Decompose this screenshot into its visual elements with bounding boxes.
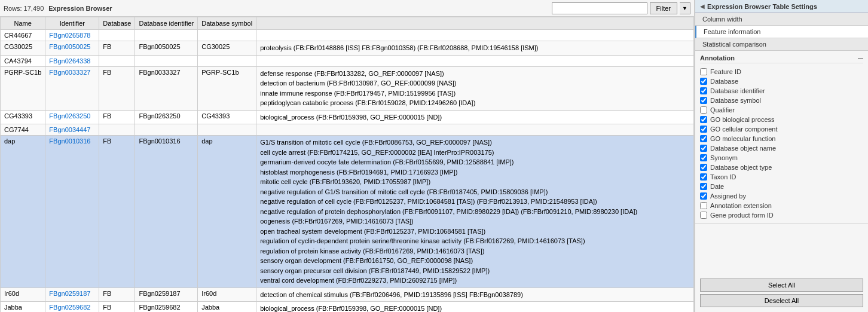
collapse-icon: ◀ [700, 3, 705, 10]
cell-database: FB [99, 136, 135, 288]
checkbox-item: Qualifier [700, 105, 863, 115]
deselect-all-button[interactable]: Deselect All [700, 294, 863, 307]
checkboxes-container: Feature IDDatabaseDatabase identifierDat… [700, 67, 863, 220]
checkbox-feature-id[interactable] [700, 68, 707, 75]
cell-database: FB [99, 287, 135, 302]
checkbox-item: Annotation extension [700, 201, 863, 210]
cell-annotation [256, 124, 694, 136]
col-header-identifier[interactable]: Identifier [45, 17, 99, 30]
cell-db-identifier [135, 55, 198, 66]
cell-db-symbol [198, 124, 256, 136]
cell-database [99, 124, 135, 136]
checkbox-label-assigned-by[interactable]: Assigned by [710, 192, 746, 200]
col-header-annotation[interactable] [256, 17, 694, 30]
settings-header: ◀ Expression Browser Table Settings [695, 0, 868, 13]
cell-annotation: defense response (FB:FBrf0133282, GO_REF… [256, 66, 694, 110]
cell-identifier[interactable]: FBgn0263250 [45, 110, 99, 124]
cell-identifier[interactable]: FBgn0050025 [45, 41, 99, 56]
checkbox-item: GO biological process [700, 115, 863, 124]
select-all-button[interactable]: Select All [700, 279, 863, 292]
table-row[interactable]: CG7744 FBgn0034447 [1, 124, 694, 136]
table-row[interactable]: CG43393 FBgn0263250 FB FBgn0263250 CG433… [1, 110, 694, 124]
cell-db-symbol [198, 55, 256, 66]
table-row[interactable]: CG30025 FBgn0050025 FB FBgn0050025 CG300… [1, 41, 694, 56]
table-row[interactable]: dap FBgn0010316 FB FBgn0010316 dap G1/S … [1, 136, 694, 288]
table-row[interactable]: Ir60d FBgn0259187 FB FBgn0259187 Ir60d d… [1, 287, 694, 302]
rows-info: Rows: 17,490 [4, 5, 44, 12]
cell-database: FB [99, 302, 135, 313]
checkbox-taxon-id[interactable] [700, 173, 707, 181]
col-header-database[interactable]: Database [99, 17, 135, 30]
checkbox-go-molecular-function[interactable] [700, 135, 707, 142]
tab-statistical-comparison[interactable]: Statistical comparison [695, 38, 868, 51]
cell-db-symbol: Jabba [198, 302, 256, 313]
checkbox-label-gene-product-form-id[interactable]: Gene product form ID [710, 212, 774, 219]
checkbox-label-database[interactable]: Database [710, 78, 738, 85]
checkbox-label-synonym[interactable]: Synonym [710, 154, 738, 161]
table-row[interactable]: PGRP-SC1b FBgn0033327 FB FBgn0033327 PGR… [1, 66, 694, 110]
table-row[interactable]: Jabba FBgn0259682 FB FBgn0259682 Jabba b… [1, 302, 694, 313]
table-body: CR44667 FBgn0265878 CG30025 FBgn0050025 … [1, 30, 694, 313]
cell-name: CR44667 [1, 30, 45, 41]
checkbox-item: Database object type [700, 163, 863, 172]
checkbox-assigned-by[interactable] [700, 192, 707, 200]
col-header-db-symbol[interactable]: Database symbol [198, 17, 256, 30]
tab-feature-information[interactable]: Feature information [695, 26, 868, 38]
settings-panel: ◀ Expression Browser Table Settings Colu… [695, 0, 868, 312]
checkbox-database-object-name[interactable] [700, 145, 707, 152]
main-panel: Rows: 17,490 Expression Browser Filter ▼… [0, 0, 695, 312]
cell-name: Jabba [1, 302, 45, 313]
col-header-name[interactable]: Name [1, 17, 45, 30]
cell-db-identifier [135, 30, 198, 41]
cell-name: CG30025 [1, 41, 45, 56]
filter-dropdown-button[interactable]: ▼ [680, 2, 690, 14]
table-row[interactable]: CA43794 FBgn0264338 [1, 55, 694, 66]
cell-database: FB [99, 110, 135, 124]
header-bar: Rows: 17,490 Expression Browser Filter ▼ [0, 0, 694, 17]
checkbox-label-date[interactable]: Date [710, 183, 724, 190]
cell-db-identifier: FBgn0010316 [135, 136, 198, 288]
checkbox-label-database-symbol[interactable]: Database symbol [710, 97, 761, 104]
checkbox-label-go-cellular-component[interactable]: GO cellular component [710, 126, 778, 133]
cell-name: PGRP-SC1b [1, 66, 45, 110]
checkbox-synonym[interactable] [700, 154, 707, 161]
filter-input[interactable] [552, 2, 647, 14]
cell-identifier[interactable]: FBgn0265878 [45, 30, 99, 41]
checkbox-date[interactable] [700, 183, 707, 190]
cell-identifier[interactable]: FBgn0264338 [45, 55, 99, 66]
checkbox-database[interactable] [700, 78, 707, 85]
table-row[interactable]: CR44667 FBgn0265878 [1, 30, 694, 41]
checkbox-annotation-extension[interactable] [700, 202, 707, 209]
checkbox-label-feature-id[interactable]: Feature ID [710, 68, 741, 75]
checkbox-label-database-identifier[interactable]: Database identifier [710, 87, 765, 94]
cell-identifier[interactable]: FBgn0034447 [45, 124, 99, 136]
checkbox-label-qualifier[interactable]: Qualifier [710, 106, 735, 114]
checkbox-label-database-object-name[interactable]: Database object name [710, 145, 776, 152]
checkbox-go-cellular-component[interactable] [700, 126, 707, 133]
checkbox-database-object-type[interactable] [700, 164, 707, 171]
cell-db-identifier: FBgn0263250 [135, 110, 198, 124]
cell-database [99, 30, 135, 41]
col-header-db-identifier[interactable]: Database identifier [135, 17, 198, 30]
checkbox-label-go-molecular-function[interactable]: GO molecular function [710, 135, 775, 142]
filter-button[interactable]: Filter [650, 2, 677, 14]
cell-identifier[interactable]: FBgn0259187 [45, 287, 99, 302]
checkbox-label-go-biological-process[interactable]: GO biological process [710, 116, 775, 123]
cell-identifier[interactable]: FBgn0010316 [45, 136, 99, 288]
checkbox-database-identifier[interactable] [700, 87, 707, 94]
cell-identifier[interactable]: FBgn0033327 [45, 66, 99, 110]
checkbox-gene-product-form-id[interactable] [700, 212, 707, 219]
checkbox-qualifier[interactable] [700, 106, 707, 114]
checkbox-label-database-object-type[interactable]: Database object type [710, 164, 772, 171]
action-buttons: Select All Deselect All [695, 274, 868, 312]
cell-annotation: G1/S transition of mitotic cell cycle (F… [256, 136, 694, 288]
checkbox-label-annotation-extension[interactable]: Annotation extension [710, 202, 772, 209]
checkbox-go-biological-process[interactable] [700, 116, 707, 123]
tab-column-width[interactable]: Column width [695, 13, 868, 26]
cell-db-identifier [135, 124, 198, 136]
cell-identifier[interactable]: FBgn0259682 [45, 302, 99, 313]
checkbox-database-symbol[interactable] [700, 97, 707, 104]
annotation-collapse-btn[interactable]: — [858, 55, 863, 61]
cell-db-identifier: FBgn0259682 [135, 302, 198, 313]
checkbox-label-taxon-id[interactable]: Taxon ID [710, 173, 736, 181]
